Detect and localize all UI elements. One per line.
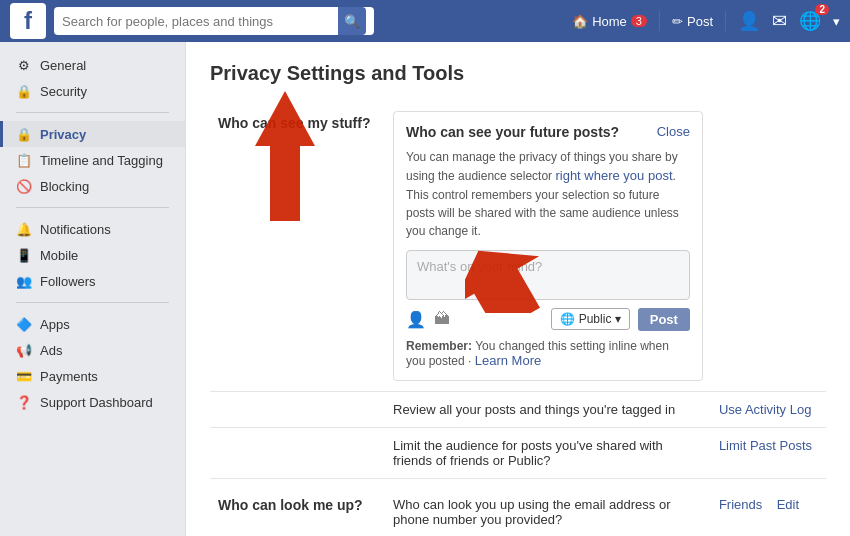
facebook-logo: f [10,3,46,39]
limit-past-row: Limit the audience for posts you've shar… [210,427,826,478]
person-icon: 👤 [406,310,426,329]
blocking-icon: 🚫 [16,178,32,194]
sidebar-group-account: ⚙ General 🔒 Security [0,52,185,104]
sidebar-label-security: Security [40,84,87,99]
globe-icon-wrap[interactable]: 🌐 2 [799,10,821,32]
close-button[interactable]: Close [657,124,690,139]
main-content: Privacy Settings and Tools Who can see m… [185,42,850,536]
post-label: Post [687,14,713,29]
sidebar-label-followers: Followers [40,274,96,289]
gear-icon: ⚙ [16,57,32,73]
timeline-icon: 📋 [16,152,32,168]
home-nav-btn[interactable]: 🏠 Home 3 [572,14,647,29]
search-input[interactable] [62,14,338,29]
section2-edit0[interactable]: Edit [777,497,799,512]
sidebar-item-payments[interactable]: 💳 Payments [0,363,185,389]
sidebar-label-ads: Ads [40,343,62,358]
globe-badge: 2 [815,4,829,15]
ads-icon: 📢 [16,342,32,358]
sidebar-label-timeline: Timeline and Tagging [40,153,163,168]
activity-action-cell: Use Activity Log [711,391,826,427]
sidebar-item-followers[interactable]: 👥 Followers [0,268,185,294]
remember-text: Remember: You changed this setting inlin… [406,339,690,368]
navbar: f 🔍 🏠 Home 3 ✏ Post 👤 ✉ 🌐 2 ▾ [0,0,850,42]
limit-desc: Limit the audience for posts you've shar… [385,427,711,478]
sidebar-item-timeline[interactable]: 📋 Timeline and Tagging [0,147,185,173]
followers-icon: 👥 [16,273,32,289]
privacy-icon: 🔒 [16,126,32,142]
dropdown-icon[interactable]: ▾ [833,14,840,29]
sidebar-item-privacy[interactable]: 🔒 Privacy [0,121,185,147]
sidebar-item-support[interactable]: ❓ Support Dashboard [0,389,185,415]
bell-icon: 🔔 [16,221,32,237]
limit-past-posts-link[interactable]: Limit Past Posts [719,438,812,453]
section1-action-cell [711,101,826,391]
sidebar-item-mobile[interactable]: 📱 Mobile [0,242,185,268]
apps-icon: 🔷 [16,316,32,332]
support-icon: ❓ [16,394,32,410]
post-button[interactable]: Post [638,308,690,331]
sidebar: ⚙ General 🔒 Security 🔒 Privacy 📋 Timelin… [0,42,185,536]
sidebar-label-blocking: Blocking [40,179,89,194]
messages-icon-wrap[interactable]: ✉ [772,10,787,32]
edit-icon: ✏ [672,14,683,29]
composer-footer: 👤 🏔 [406,308,690,331]
sidebar-label-mobile: Mobile [40,248,78,263]
section2-value0: Friends [719,497,762,512]
sidebar-label-support: Support Dashboard [40,395,153,410]
nav-divider1 [659,11,660,31]
section1-header: Who can see my stuff? [210,101,385,391]
image-icon: 🏔 [434,310,450,329]
page-title: Privacy Settings and Tools [210,62,826,85]
home-icon: 🏠 [572,14,588,29]
right-where-you-post-link[interactable]: right where you post [555,168,672,183]
activity-log-link[interactable]: Use Activity Log [719,402,812,417]
mobile-icon: 📱 [16,247,32,263]
page-wrap: ⚙ General 🔒 Security 🔒 Privacy 📋 Timelin… [0,42,850,536]
sidebar-item-apps[interactable]: 🔷 Apps [0,311,185,337]
box-header: Who can see your future posts? Close [406,124,690,140]
search-button[interactable]: 🔍 [338,7,366,35]
sidebar-label-privacy: Privacy [40,127,86,142]
section1-box-cell: Who can see your future posts? Close You… [385,101,711,391]
nav-right: 🏠 Home 3 ✏ Post 👤 ✉ 🌐 2 ▾ [572,10,840,32]
section1-header-row: Who can see my stuff? Who can see your f… [210,101,826,391]
search-bar[interactable]: 🔍 [54,7,374,35]
activity-label [210,391,385,427]
who-can-box: Who can see your future posts? Close You… [393,111,703,381]
payments-icon: 💳 [16,368,32,384]
section2-header-row: Who can look me up? Who can look you up … [210,478,826,536]
nav-divider2 [725,11,726,31]
sidebar-item-ads[interactable]: 📢 Ads [0,337,185,363]
home-count: 3 [631,15,647,27]
box-title: Who can see your future posts? [406,124,619,140]
audience-selector-button[interactable]: 🌐 Public ▾ [551,308,629,330]
sidebar-item-blocking[interactable]: 🚫 Blocking [0,173,185,199]
sidebar-divider1 [16,112,169,113]
sidebar-label-apps: Apps [40,317,70,332]
friends-icon: 👤 [738,11,760,31]
sidebar-item-general[interactable]: ⚙ General [0,52,185,78]
section2-value0-wrap: Friends Edit [711,478,826,536]
composer-icons: 👤 🏔 [406,310,450,329]
sidebar-label-general: General [40,58,86,73]
sidebar-item-notifications[interactable]: 🔔 Notifications [0,216,185,242]
activity-log-row: Review all your posts and things you're … [210,391,826,427]
friends-icon-wrap[interactable]: 👤 [738,10,760,32]
sidebar-divider2 [16,207,169,208]
messages-icon: ✉ [772,11,787,31]
post-nav-btn[interactable]: ✏ Post [672,14,713,29]
sidebar-label-payments: Payments [40,369,98,384]
activity-desc: Review all your posts and things you're … [385,391,711,427]
composer-placeholder: What's on your mind? [417,259,679,274]
box-desc: You can manage the privacy of things you… [406,148,690,240]
section2-desc0: Who can look you up using the email addr… [385,478,711,536]
sidebar-item-security[interactable]: 🔒 Security [0,78,185,104]
post-composer[interactable]: What's on your mind? [406,250,690,300]
sidebar-group-notif: 🔔 Notifications 📱 Mobile 👥 Followers [0,216,185,294]
sidebar-divider3 [16,302,169,303]
sidebar-label-notifications: Notifications [40,222,111,237]
limit-label [210,427,385,478]
sidebar-group-apps: 🔷 Apps 📢 Ads 💳 Payments ❓ Support Dashbo… [0,311,185,415]
learn-more-link[interactable]: Learn More [475,353,541,368]
